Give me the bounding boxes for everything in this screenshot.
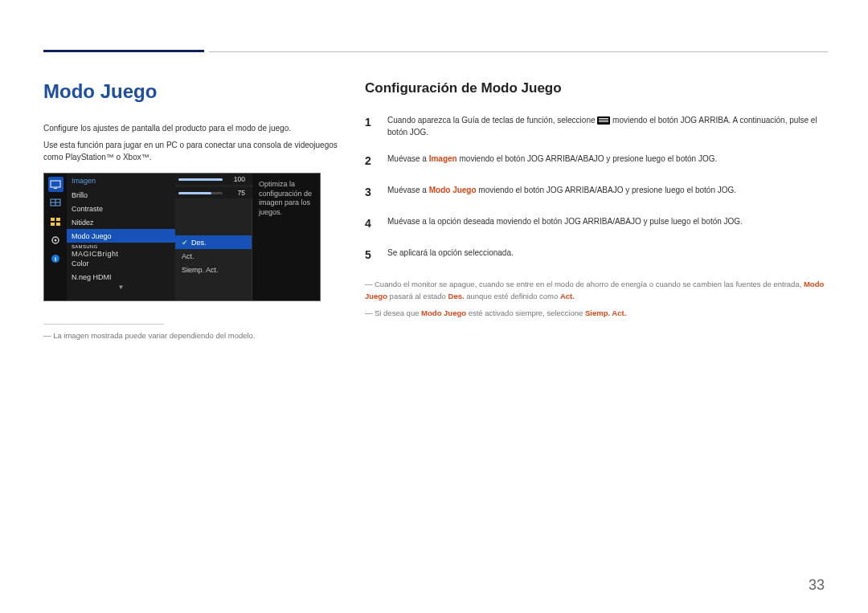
note-2: ―Si desea que Modo Juego esté activado s… [365,307,828,319]
osd-description: Optimiza la configuración de imagen para… [252,174,320,300]
section-heading: Configuración de Modo Juego [365,80,828,96]
svg-point-10 [55,239,57,241]
svg-text:i: i [55,255,56,263]
osd-item-color: Color [67,256,175,270]
info-icon: i [48,251,63,266]
intro-para-1: Configure los ajustes de pantalla del pr… [43,122,341,134]
step-5: 5 Se aplicará la opción seleccionada. [365,247,828,264]
intro-para-2: Use esta función para jugar en un PC o p… [43,139,341,163]
osd-popup-siemp: Siemp. Act. [175,263,252,276]
svg-rect-5 [51,218,55,221]
step-2: 2 Muévase a Imagen moviendo el botón JOG… [365,153,828,170]
svg-rect-7 [51,223,55,226]
page-title: Modo Juego [43,80,341,103]
osd-sidebar: i [44,174,67,300]
svg-rect-0 [51,181,60,187]
step-3: 3 Muévase a Modo Juego moviendo el botón… [365,184,828,201]
osd-item-nneg: N.neg HDMI [67,270,175,284]
image-disclaimer: ― La imagen mostrada puede variar depend… [43,331,341,340]
osd-popup-des: ✔Des. [175,235,252,249]
step-1: 1 Cuando aparezca la Guía de teclas de f… [365,114,828,138]
osd-menu-list: Imagen Brillo Contraste Nitidez Modo Jue… [67,174,175,300]
osd-item-contraste: Contraste [67,202,175,215]
monitor-icon [48,177,63,192]
osd-screenshot: i Imagen Brillo Contraste Nitidez Modo J… [43,173,321,301]
down-arrow-icon: ▼ [67,284,175,291]
gear-icon [48,232,63,247]
note-1: ―Cuando el monitor se apague, cuando se … [365,278,828,302]
osd-item-brillo: Brillo [67,188,175,202]
osd-item-modojuego: Modo Juego [67,229,175,243]
svg-rect-8 [56,223,60,226]
osd-popup-act: Act. [175,249,252,263]
page-number: 33 [809,577,825,594]
svg-rect-1 [54,188,57,189]
display-icon [48,195,63,210]
check-icon: ✔ [182,239,188,247]
osd-item-nitidez: Nitidez [67,215,175,229]
osd-item-magicbright: SAMSUNGMAGICBright [67,243,175,256]
settings-box-icon [48,214,63,229]
menu-icon [597,116,610,125]
step-4: 4 Muévase a la opción deseada moviendo e… [365,215,828,232]
osd-header: Imagen [67,174,175,188]
osd-popup: 100 75 ✔Des. Act. Siemp. Act. [175,174,252,300]
svg-rect-6 [56,218,60,221]
